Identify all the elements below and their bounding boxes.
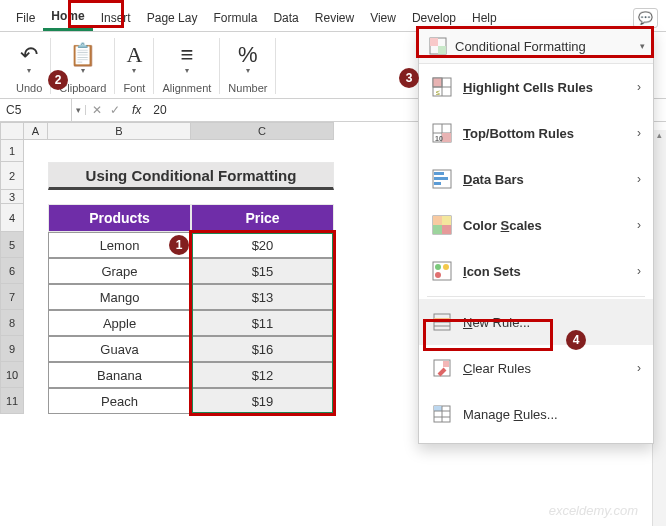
cell-product[interactable]: Mango: [48, 284, 191, 310]
undo-button[interactable]: ↶▾: [18, 42, 40, 77]
name-box[interactable]: C5: [0, 99, 72, 121]
header-price[interactable]: Price: [191, 204, 334, 232]
cell-product[interactable]: Guava: [48, 336, 191, 362]
step-badge-1: 1: [169, 235, 189, 255]
menu-home[interactable]: Home: [43, 4, 92, 31]
font-label: Font: [123, 82, 145, 94]
row-header[interactable]: 10: [0, 362, 24, 388]
scrollbar-vertical[interactable]: ▴: [652, 130, 666, 526]
svg-rect-15: [434, 177, 448, 180]
header-products[interactable]: Products: [48, 204, 191, 232]
row-header[interactable]: 11: [0, 388, 24, 414]
menu-formulas[interactable]: Formula: [205, 6, 265, 30]
cell-product[interactable]: Grape: [48, 258, 191, 284]
row-header[interactable]: 3: [0, 190, 24, 204]
cell-price[interactable]: $11: [191, 310, 334, 336]
cell-price[interactable]: $15: [191, 258, 334, 284]
dd-highlight-cells-rules[interactable]: ≤ Highlight Cells Rules ›: [419, 64, 653, 110]
paste-button[interactable]: 📋▾: [67, 42, 98, 77]
svg-rect-22: [433, 262, 451, 280]
dd-new-rule[interactable]: New Rule...: [419, 299, 653, 345]
dropdown-header-label: Conditional Formatting: [455, 39, 586, 54]
dd-label: New Rule...: [463, 315, 530, 330]
cell-product[interactable]: Apple: [48, 310, 191, 336]
dd-data-bars[interactable]: Data Bars ›: [419, 156, 653, 202]
row-header[interactable]: 1: [0, 140, 24, 162]
svg-text:≤: ≤: [436, 89, 440, 96]
menu-page-layout[interactable]: Page Lay: [139, 6, 206, 30]
font-button[interactable]: A▾: [124, 42, 144, 77]
step-badge-3: 3: [399, 68, 419, 88]
highlight-cells-icon: ≤: [431, 76, 453, 98]
svg-point-23: [435, 264, 441, 270]
cell-price[interactable]: $19: [191, 388, 334, 414]
dd-top-bottom-rules[interactable]: 10 Top/Bottom Rules ›: [419, 110, 653, 156]
dd-label: Manage Rules...: [463, 407, 558, 422]
row-header[interactable]: 4: [0, 204, 24, 232]
cell-price[interactable]: $13: [191, 284, 334, 310]
menu-review[interactable]: Review: [307, 6, 362, 30]
menu-file[interactable]: File: [8, 6, 43, 30]
svg-rect-27: [434, 318, 450, 322]
scroll-up-icon[interactable]: ▴: [652, 130, 666, 144]
svg-rect-11: [442, 133, 451, 142]
number-button[interactable]: %▾: [236, 42, 260, 77]
cell-price[interactable]: $12: [191, 362, 334, 388]
formula-cancel[interactable]: ✕: [92, 103, 102, 117]
title-cell[interactable]: Using Conditional Formatting: [48, 162, 334, 190]
dd-label: Color Scales: [463, 218, 542, 233]
select-all-corner[interactable]: [0, 122, 24, 140]
dd-label: Highlight Cells Rules: [463, 80, 593, 95]
chevron-right-icon: ›: [637, 264, 641, 278]
svg-rect-1: [430, 38, 438, 46]
cell-product[interactable]: Banana: [48, 362, 191, 388]
row-header[interactable]: 5: [0, 232, 24, 258]
dd-label: Icon Sets: [463, 264, 521, 279]
menu-help[interactable]: Help: [464, 6, 505, 30]
chevron-down-icon: ▾: [640, 41, 645, 51]
row-header[interactable]: 6: [0, 258, 24, 284]
conditional-formatting-icon: [427, 35, 449, 57]
col-header-B[interactable]: B: [48, 122, 191, 140]
col-header-C[interactable]: C: [191, 122, 334, 140]
menu-developer[interactable]: Develop: [404, 6, 464, 30]
dd-manage-rules[interactable]: Manage Rules...: [419, 391, 653, 437]
name-box-dropdown[interactable]: ▾: [72, 105, 86, 115]
svg-rect-21: [442, 225, 451, 234]
row-header[interactable]: 8: [0, 310, 24, 336]
menu-data[interactable]: Data: [265, 6, 306, 30]
comments-button[interactable]: 💬: [633, 8, 658, 28]
menu-insert[interactable]: Insert: [93, 6, 139, 30]
cell-price[interactable]: $16: [191, 336, 334, 362]
step-badge-4: 4: [566, 330, 586, 350]
step-badge-2: 2: [48, 70, 68, 90]
dd-icon-sets[interactable]: Icon Sets ›: [419, 248, 653, 294]
dd-label: Clear Rules: [463, 361, 531, 376]
svg-point-24: [443, 264, 449, 270]
icon-sets-icon: [431, 260, 453, 282]
row-header[interactable]: 9: [0, 336, 24, 362]
svg-text:10: 10: [435, 135, 443, 142]
svg-rect-20: [433, 225, 442, 234]
cell-product[interactable]: Peach: [48, 388, 191, 414]
row-header[interactable]: 7: [0, 284, 24, 310]
chevron-right-icon: ›: [637, 80, 641, 94]
svg-rect-19: [442, 216, 451, 225]
menu-view[interactable]: View: [362, 6, 404, 30]
ribbon-group-number: %▾ Number: [220, 38, 276, 94]
row-header[interactable]: 2: [0, 162, 24, 190]
cell-price[interactable]: $20: [191, 232, 334, 258]
top-bottom-icon: 10: [431, 122, 453, 144]
color-scales-icon: [431, 214, 453, 236]
conditional-formatting-dropdown: Conditional Formatting ▾ ≤ Highlight Cel…: [418, 28, 654, 444]
dropdown-header-button[interactable]: Conditional Formatting ▾: [419, 29, 653, 64]
dd-color-scales[interactable]: Color Scales ›: [419, 202, 653, 248]
alignment-button[interactable]: ≡▾: [178, 42, 195, 77]
col-header-A[interactable]: A: [24, 122, 48, 140]
fx-button[interactable]: fx: [128, 103, 145, 117]
dd-clear-rules[interactable]: Clear Rules ›: [419, 345, 653, 391]
ribbon-group-undo: ↶▾ Undo: [8, 38, 51, 94]
ribbon-group-alignment: ≡▾ Alignment: [154, 38, 220, 94]
clear-rules-icon: [431, 357, 453, 379]
formula-accept[interactable]: ✓: [110, 103, 120, 117]
